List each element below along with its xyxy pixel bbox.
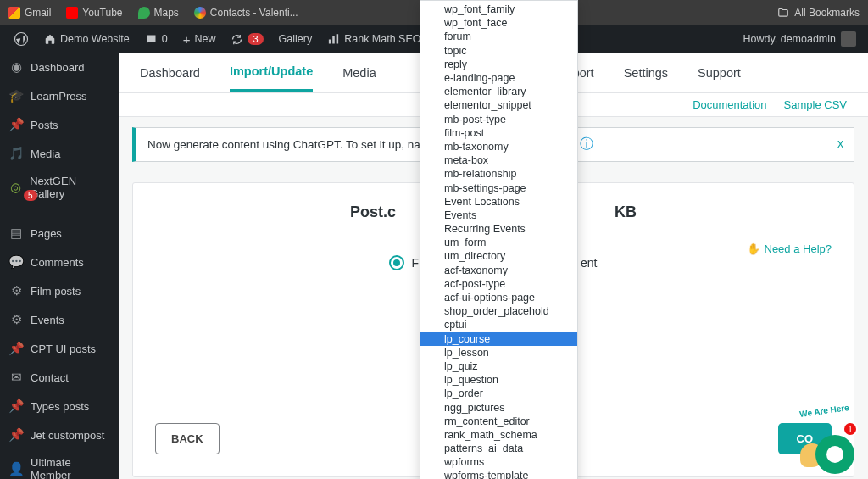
- back-button[interactable]: BACK: [155, 423, 220, 454]
- dropdown-option[interactable]: wpforms: [420, 455, 577, 469]
- dropdown-option[interactable]: lp_quiz: [420, 359, 577, 373]
- sidebar-item-contact[interactable]: ✉Contact: [0, 363, 119, 392]
- media-icon: 🎵: [8, 146, 24, 161]
- dropdown-option[interactable]: cptui: [420, 318, 577, 331]
- topbar-gallery[interactable]: Gallery: [272, 25, 320, 53]
- dropdown-option[interactable]: mb-post-type: [420, 113, 577, 126]
- tab-support[interactable]: Support: [698, 55, 741, 91]
- radio-dot-icon: [389, 255, 404, 270]
- sample-csv-link[interactable]: Sample CSV: [784, 98, 847, 111]
- dropdown-option[interactable]: wpforms-template: [420, 469, 577, 479]
- dropdown-option[interactable]: wp_font_face: [420, 16, 577, 30]
- sidebar-item-pages[interactable]: ▤Pages: [0, 219, 119, 248]
- dropdown-option[interactable]: Event Locations: [420, 195, 577, 209]
- dropdown-option[interactable]: lp_course: [420, 332, 577, 346]
- new-content[interactable]: + New: [176, 25, 223, 53]
- dropdown-option[interactable]: acf-ui-options-page: [420, 291, 577, 304]
- user-icon: 👤: [8, 461, 24, 476]
- dropdown-option[interactable]: elementor_library: [420, 85, 577, 98]
- tab-dashboard[interactable]: Dashboard: [140, 55, 200, 91]
- dropdown-option[interactable]: reply: [420, 58, 577, 71]
- dropdown-option[interactable]: mb-relationship: [420, 167, 577, 181]
- comments-count[interactable]: 0: [138, 25, 175, 53]
- dropdown-option[interactable]: um_directory: [420, 249, 577, 263]
- contacts-icon: [194, 7, 206, 19]
- home-icon: [44, 33, 56, 45]
- chat-bubble-icon: [815, 435, 854, 474]
- dropdown-option[interactable]: lp_lesson: [420, 346, 577, 359]
- dropdown-option[interactable]: lp_order: [420, 387, 577, 400]
- dropdown-option[interactable]: elementor_snippet: [420, 98, 577, 112]
- sidebar-item-events[interactable]: ⚙Events: [0, 305, 119, 334]
- sidebar-item-jet[interactable]: 📌Jet custompost: [0, 421, 119, 449]
- sidebar-item-filmposts[interactable]: ⚙Film posts: [0, 276, 119, 305]
- folder-icon: [777, 7, 789, 19]
- dropdown-option[interactable]: topic: [420, 44, 577, 58]
- avatar: [841, 31, 856, 47]
- updates[interactable]: 3: [224, 25, 270, 53]
- dropdown-option[interactable]: um_form: [420, 236, 577, 249]
- dropdown-option[interactable]: rm_content_editor: [420, 415, 577, 428]
- sidebar-item-dashboard[interactable]: ◉Dashboard: [0, 53, 119, 81]
- sidebar-item-learnpress[interactable]: 🎓LearnPress: [0, 81, 119, 110]
- bookmark-gmail[interactable]: Gmail: [8, 7, 51, 19]
- pages-icon: ▤: [8, 226, 24, 241]
- svg-rect-2: [332, 36, 335, 43]
- nextgen-icon: ◎: [8, 180, 23, 195]
- sidebar-item-posts[interactable]: 📌Posts: [0, 110, 119, 139]
- notice-close[interactable]: x: [837, 136, 843, 150]
- dropdown-option[interactable]: e-landing-page: [420, 71, 577, 85]
- dropdown-option[interactable]: Events: [420, 209, 577, 222]
- dropdown-option[interactable]: film-post: [420, 126, 577, 140]
- hand-icon: ✋: [747, 242, 760, 255]
- dropdown-option[interactable]: forum: [420, 30, 577, 43]
- dropdown-option[interactable]: acf-post-type: [420, 277, 577, 291]
- learnpress-icon: 🎓: [8, 88, 24, 103]
- site-name[interactable]: Demo Website: [37, 25, 136, 53]
- radio-label-left: F: [411, 256, 419, 270]
- chat-widget[interactable]: We Are Here 1: [793, 413, 854, 474]
- pin-icon: 📌: [8, 117, 24, 132]
- dropdown-option[interactable]: mb-taxonomy: [420, 140, 577, 153]
- sidebar-item-typesposts[interactable]: 📌Types posts: [0, 392, 119, 421]
- dropdown-option[interactable]: wp_font_family: [420, 3, 577, 16]
- updates-badge: 3: [248, 33, 263, 45]
- sidebar-item-media[interactable]: 🎵Media: [0, 139, 119, 168]
- dropdown-option[interactable]: ngg_pictures: [420, 400, 577, 414]
- dropdown-option[interactable]: patterns_ai_data: [420, 442, 577, 455]
- gear-icon: ⚙: [8, 312, 24, 327]
- dropdown-option[interactable]: rank_math_schema: [420, 428, 577, 442]
- all-bookmarks[interactable]: All Bookmarks: [777, 7, 860, 19]
- svg-rect-3: [337, 34, 339, 43]
- pin-icon: 📌: [8, 398, 24, 414]
- sidebar-item-cptui[interactable]: 📌CPT UI posts: [0, 334, 119, 363]
- dropdown-option[interactable]: lp_question: [420, 373, 577, 387]
- bookmark-contacts[interactable]: Contacts - Valenti...: [194, 7, 298, 19]
- sidebar-item-comments[interactable]: 💬Comments: [0, 248, 119, 276]
- dropdown-option[interactable]: meta-box: [420, 153, 577, 167]
- nextgen-badge: 5: [24, 190, 37, 201]
- topbar-rankmath[interactable]: Rank Math SEO: [320, 25, 427, 53]
- plus-icon: +: [183, 32, 191, 47]
- updates-icon: [231, 33, 243, 46]
- dropdown-option[interactable]: Recurring Events: [420, 222, 577, 236]
- need-help-link[interactable]: ✋ Need a Help?: [747, 242, 832, 255]
- tab-import-update[interactable]: Import/Update: [230, 53, 313, 92]
- post-type-dropdown[interactable]: wp_font_familywp_font_faceforumtopicrepl…: [420, 0, 578, 479]
- sidebar-item-nextgen[interactable]: ◎NextGEN Gallery5: [0, 168, 119, 219]
- wp-sidebar: ◉Dashboard 🎓LearnPress 📌Posts 🎵Media ◎Ne…: [0, 53, 119, 479]
- tab-media[interactable]: Media: [342, 55, 376, 91]
- tab-settings[interactable]: Settings: [624, 55, 668, 91]
- sidebar-item-ultimate[interactable]: 👤Ultimate Member: [0, 449, 119, 479]
- radio-label-right: ent: [581, 256, 597, 270]
- dropdown-option[interactable]: mb-settings-page: [420, 181, 577, 194]
- wordpress-icon: [14, 31, 29, 47]
- comments-icon: 💬: [8, 254, 24, 270]
- bookmark-maps[interactable]: Maps: [138, 7, 179, 19]
- documentation-link[interactable]: Documentation: [693, 98, 766, 111]
- wp-logo[interactable]: [7, 25, 36, 53]
- dropdown-option[interactable]: acf-taxonomy: [420, 264, 577, 277]
- dropdown-option[interactable]: shop_order_placehold: [420, 304, 577, 318]
- bookmark-youtube[interactable]: YouTube: [66, 7, 122, 19]
- howdy-user[interactable]: Howdy, demoadmin: [743, 31, 861, 47]
